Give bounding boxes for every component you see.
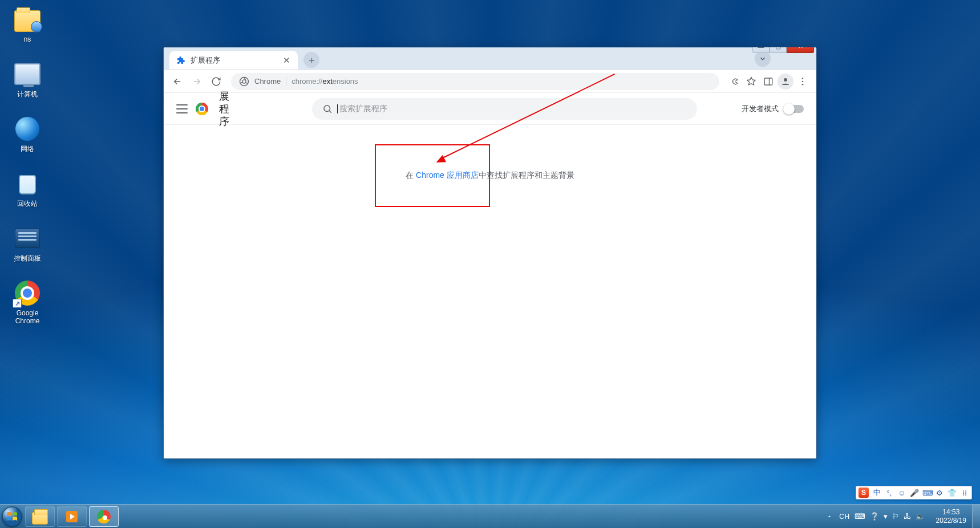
bookmark-button[interactable] bbox=[743, 74, 759, 90]
desktop-icon-label: 控制面板 bbox=[5, 254, 50, 262]
desktop-icon-network[interactable]: 网络 bbox=[5, 115, 50, 153]
ime-settings-button[interactable]: ⚙ bbox=[935, 489, 944, 497]
taskbar: CH ⌨ ❔ ▾ ⚐ 🖧 🔈 14:53 2022/8/19 bbox=[0, 504, 980, 528]
clock-date: 2022/8/19 bbox=[936, 517, 966, 525]
user-overlay-icon bbox=[31, 21, 42, 33]
tab-close-button[interactable]: ✕ bbox=[282, 56, 291, 65]
developer-mode-control: 开发者模式 bbox=[742, 104, 804, 114]
tray-network-icon[interactable]: 🖧 bbox=[904, 512, 911, 521]
tray-action-center-icon[interactable]: ⚐ bbox=[892, 512, 899, 521]
annotation-arrow-head bbox=[431, 155, 446, 168]
tray-overflow-button[interactable] bbox=[824, 511, 835, 522]
new-tab-button[interactable]: ＋ bbox=[303, 52, 319, 68]
forward-button[interactable] bbox=[189, 74, 205, 90]
annotation-overlay bbox=[164, 93, 816, 458]
desktop-icon-recycle-bin[interactable]: 回收站 bbox=[5, 170, 50, 208]
show-desktop-button[interactable] bbox=[972, 505, 980, 529]
tray-keyboard-icon[interactable]: ⌨ bbox=[855, 512, 865, 521]
tab-title: 扩展程序 bbox=[191, 55, 282, 66]
extensions-page: 展程序 搜索扩展程序 开发者模式 在 Chrome 应用商店中查找扩展程序和主题… bbox=[164, 93, 816, 458]
ime-grip-icon[interactable]: ⁞⁞ bbox=[960, 489, 969, 497]
desktop-icon-label: 回收站 bbox=[5, 200, 50, 208]
chrome-window: 扩展程序 ✕ ＋ — ▢ ✕ Chrome chro bbox=[163, 47, 817, 459]
tray-clock[interactable]: 14:53 2022/8/19 bbox=[930, 508, 972, 525]
folder-icon bbox=[14, 10, 41, 32]
tray-chevron-down-icon[interactable]: ▾ bbox=[884, 512, 888, 521]
extensions-header: 展程序 搜索扩展程序 开发者模式 bbox=[164, 93, 816, 125]
svg-point-8 bbox=[2, 507, 22, 526]
search-extensions-input[interactable]: 搜索扩展程序 bbox=[312, 98, 697, 120]
ime-voice-button[interactable]: 🎤 bbox=[910, 489, 919, 497]
recycle-bin-icon bbox=[16, 172, 39, 196]
clock-time: 14:53 bbox=[936, 508, 966, 517]
desktop-icon-label: ns bbox=[5, 35, 50, 43]
close-window-button[interactable]: ✕ bbox=[787, 47, 814, 53]
browser-toolbar: Chrome chrome://extensions bbox=[164, 70, 816, 93]
ime-punct-button[interactable]: °, bbox=[885, 489, 894, 497]
kebab-menu-button[interactable] bbox=[795, 74, 811, 90]
desktop-icon-chrome[interactable]: ↗ Google Chrome bbox=[5, 279, 50, 325]
side-panel-button[interactable] bbox=[760, 74, 776, 90]
desktop-icon-label: Google Chrome bbox=[5, 309, 50, 325]
svg-rect-2 bbox=[764, 78, 772, 85]
window-controls: — ▢ ✕ bbox=[752, 47, 814, 53]
ime-skin-button[interactable]: 👕 bbox=[947, 489, 957, 497]
svg-point-6 bbox=[802, 83, 804, 85]
desktop-icon-ns[interactable]: ns bbox=[5, 6, 50, 43]
search-placeholder: 搜索扩展程序 bbox=[339, 104, 387, 114]
page-title: 展程序 bbox=[218, 90, 230, 128]
ime-keyboard-button[interactable]: ⌨ bbox=[922, 489, 932, 497]
empty-state-message: 在 Chrome 应用商店中查找扩展程序和主题背景 bbox=[164, 170, 816, 181]
ime-logo-icon: S bbox=[858, 488, 869, 498]
url-chip: Chrome bbox=[254, 77, 281, 86]
minimize-button[interactable]: — bbox=[752, 47, 770, 53]
ime-lang-button[interactable]: 中 bbox=[872, 488, 881, 498]
svg-point-0 bbox=[240, 77, 249, 86]
search-tabs-button[interactable] bbox=[755, 51, 771, 67]
svg-point-4 bbox=[802, 78, 804, 79]
share-button[interactable] bbox=[726, 74, 742, 90]
divider bbox=[286, 77, 286, 86]
tray-help-icon[interactable]: ❔ bbox=[870, 512, 879, 521]
url-text: chrome://extensions bbox=[291, 77, 358, 86]
chrome-web-store-link[interactable]: Chrome 应用商店 bbox=[416, 170, 479, 180]
ime-toolbar[interactable]: S 中 °, ☺ 🎤 ⌨ ⚙ 👕 ⁞⁞ bbox=[856, 486, 972, 499]
desktop-icon-label: 计算机 bbox=[5, 90, 50, 98]
globe-icon bbox=[15, 117, 39, 141]
taskbar-explorer-button[interactable] bbox=[25, 506, 55, 527]
ime-emoji-button[interactable]: ☺ bbox=[897, 489, 906, 497]
svg-point-7 bbox=[324, 105, 330, 112]
start-button[interactable] bbox=[0, 505, 24, 529]
chrome-logo-icon bbox=[196, 103, 208, 115]
developer-mode-toggle[interactable] bbox=[784, 105, 804, 113]
profile-button[interactable] bbox=[777, 74, 793, 90]
shortcut-arrow-icon: ↗ bbox=[13, 299, 22, 308]
puzzle-piece-icon bbox=[176, 56, 185, 65]
maximize-button[interactable]: ▢ bbox=[770, 47, 787, 53]
address-bar[interactable]: Chrome chrome://extensions bbox=[231, 73, 719, 90]
chrome-origin-icon bbox=[239, 76, 249, 87]
system-tray: CH ⌨ ❔ ▾ ⚐ 🖧 🔈 14:53 2022/8/19 bbox=[819, 505, 980, 528]
computer-icon bbox=[14, 63, 41, 85]
browser-tab-extensions[interactable]: 扩展程序 ✕ bbox=[169, 51, 298, 70]
taskbar-media-player-button[interactable] bbox=[57, 506, 87, 527]
desktop-icon-label: 网络 bbox=[5, 145, 50, 153]
tray-language-indicator[interactable]: CH bbox=[839, 513, 849, 521]
desktop-icon-computer[interactable]: 计算机 bbox=[5, 60, 50, 98]
tab-strip: 扩展程序 ✕ ＋ — ▢ ✕ bbox=[164, 47, 816, 70]
taskbar-chrome-button[interactable] bbox=[89, 506, 119, 527]
desktop-icon-control-panel[interactable]: 控制面板 bbox=[5, 225, 50, 262]
chrome-icon bbox=[97, 510, 111, 523]
svg-point-5 bbox=[802, 80, 804, 82]
back-button[interactable] bbox=[169, 74, 185, 90]
developer-mode-label: 开发者模式 bbox=[742, 104, 779, 114]
folder-icon bbox=[32, 512, 48, 525]
tray-volume-icon[interactable]: 🔈 bbox=[916, 512, 925, 521]
control-panel-icon bbox=[15, 229, 40, 248]
reload-button[interactable] bbox=[208, 74, 224, 90]
hamburger-menu-button[interactable] bbox=[176, 104, 188, 113]
text-caret bbox=[337, 104, 338, 113]
svg-point-3 bbox=[784, 78, 787, 82]
